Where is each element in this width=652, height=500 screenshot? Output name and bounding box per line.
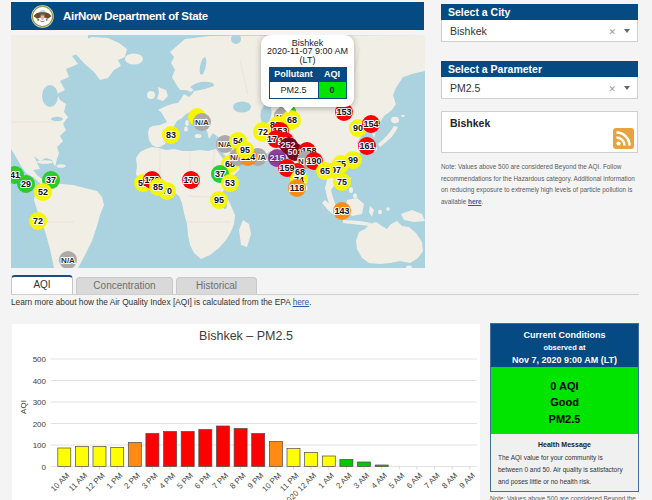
svg-text:1 AM: 1 AM — [317, 471, 336, 490]
svg-text:6 PM: 6 PM — [193, 471, 213, 491]
svg-text:85: 85 — [153, 182, 163, 192]
svg-text:75: 75 — [337, 177, 347, 187]
svg-text:0: 0 — [42, 463, 47, 472]
svg-text:68: 68 — [287, 115, 297, 125]
svg-text:8 AM: 8 AM — [440, 471, 459, 490]
svg-text:8 PM: 8 PM — [228, 471, 248, 491]
svg-text:10 AM: 10 AM — [49, 471, 72, 494]
svg-text:65: 65 — [320, 166, 330, 176]
svg-text:17: 17 — [267, 134, 277, 144]
svg-text:4 AM: 4 AM — [370, 471, 389, 490]
svg-text:170: 170 — [183, 175, 198, 185]
svg-text:29: 29 — [21, 179, 31, 189]
svg-text:300: 300 — [33, 398, 47, 407]
svg-text:/A: /A — [258, 153, 266, 162]
svg-text:9 AM: 9 AM — [458, 471, 477, 490]
svg-text:2 PM: 2 PM — [122, 471, 142, 491]
svg-text:72: 72 — [33, 216, 43, 226]
svg-text:6 AM: 6 AM — [405, 471, 424, 490]
svg-text:95: 95 — [214, 195, 224, 205]
svg-text:95: 95 — [240, 145, 250, 155]
svg-text:1 PM: 1 PM — [105, 471, 125, 491]
svg-text:N/A: N/A — [61, 256, 75, 265]
svg-text:5 AM: 5 AM — [387, 471, 406, 490]
svg-text:143: 143 — [334, 206, 349, 216]
svg-text:12 PM: 12 PM — [84, 471, 107, 494]
svg-text:3 PM: 3 PM — [140, 471, 160, 491]
svg-text:161: 161 — [359, 141, 374, 151]
svg-text:7 AM: 7 AM — [422, 471, 441, 490]
svg-text:154: 154 — [363, 119, 378, 129]
svg-text:37: 37 — [46, 175, 56, 185]
svg-text:100: 100 — [33, 441, 47, 450]
svg-text:159: 159 — [279, 163, 294, 173]
svg-text:10 PM: 10 PM — [260, 471, 283, 494]
svg-text:N/A: N/A — [195, 118, 209, 127]
svg-text:53: 53 — [225, 178, 235, 188]
svg-text:118: 118 — [290, 183, 305, 193]
svg-text:52: 52 — [38, 187, 48, 197]
svg-text:90: 90 — [353, 123, 363, 133]
svg-text:500: 500 — [33, 355, 47, 364]
svg-text:2 AM: 2 AM — [334, 471, 353, 490]
svg-text:3 AM: 3 AM — [352, 471, 371, 490]
svg-text:400: 400 — [33, 377, 47, 386]
svg-text:7 PM: 7 PM — [211, 471, 231, 491]
svg-text:AQI: AQI — [19, 400, 28, 414]
svg-text:200: 200 — [33, 420, 47, 429]
svg-text:5 PM: 5 PM — [175, 471, 195, 491]
svg-text:153: 153 — [336, 107, 351, 117]
svg-text:41: 41 — [11, 170, 20, 180]
svg-text:4 PM: 4 PM — [158, 471, 178, 491]
svg-text:Bishkek – PM2.5: Bishkek – PM2.5 — [199, 329, 293, 343]
svg-text:83: 83 — [166, 130, 176, 140]
